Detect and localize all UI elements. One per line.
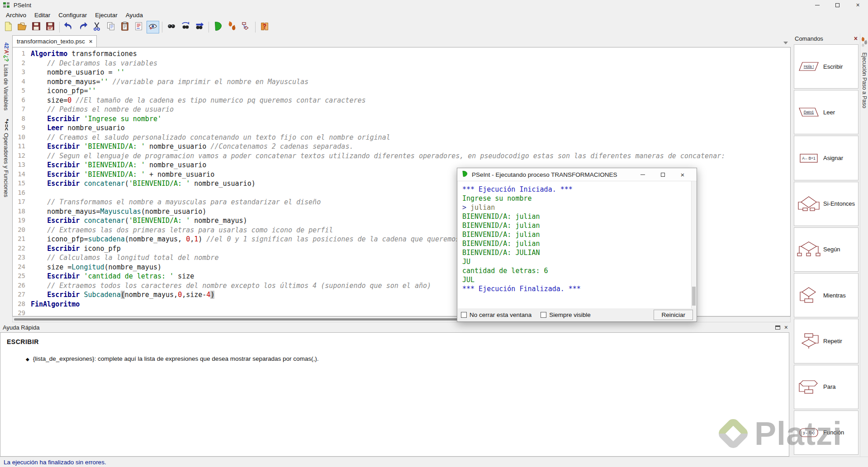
command-funci-n[interactable]: y←f(x)Función bbox=[794, 410, 859, 455]
menu-ayuda[interactable]: Ayuda bbox=[122, 11, 147, 19]
status-bar: La ejecución ha finalizado sin errores. bbox=[0, 457, 868, 467]
leer-flowchart-icon: Dato1 bbox=[796, 104, 821, 120]
commands-panel: Comandos × Hola !EscribirDato1LeerA←B+1A… bbox=[792, 33, 860, 457]
paste-icon bbox=[120, 21, 130, 33]
code-line: 9 Leer nombre_usuario bbox=[13, 124, 790, 133]
code-text: nombre_usuario = '' bbox=[31, 68, 790, 78]
command-escribir[interactable]: Hola !Escribir bbox=[794, 44, 859, 89]
restart-button[interactable]: Reiniciar bbox=[654, 310, 693, 320]
line-number: 19 bbox=[13, 217, 31, 226]
code-text: nombre_mayus='' //variable para imprimir… bbox=[31, 78, 790, 87]
menu-editar[interactable]: Editar bbox=[30, 11, 54, 19]
footprints-icon bbox=[861, 37, 868, 49]
find-next-icon bbox=[194, 21, 204, 33]
tab-transformacion-texto[interactable]: transformacion_texto.psc × bbox=[12, 35, 97, 47]
command-mientras[interactable]: Mientras bbox=[794, 273, 859, 317]
find-replace-button[interactable] bbox=[179, 21, 192, 33]
quick-help-body: ESCRIBIR ◆ {lista_de_expresiones}: compl… bbox=[0, 332, 789, 457]
line-number: 5 bbox=[13, 87, 31, 96]
para-flowchart-icon bbox=[796, 378, 821, 396]
sidebar-tab-label: Operadores y Funciones bbox=[3, 133, 9, 197]
command-para[interactable]: Para bbox=[794, 365, 859, 409]
console-close-button[interactable]: × bbox=[673, 168, 693, 181]
funcion-flowchart-icon: y←f(x) bbox=[796, 425, 821, 441]
sidebar-tab-operadores-y-funciones[interactable]: *+=< Operadores y Funciones bbox=[0, 119, 12, 198]
maximize-button[interactable] bbox=[827, 0, 848, 10]
line-number: 12 bbox=[13, 152, 31, 161]
format-code-button[interactable] bbox=[133, 21, 145, 33]
run-button[interactable] bbox=[212, 21, 224, 33]
console-line: *** Ejecución Iniciada. *** bbox=[462, 185, 692, 194]
code-text: Leer nombre_usuario bbox=[31, 124, 790, 133]
code-line: 4 nombre_mayus='' //variable para imprim… bbox=[13, 78, 790, 87]
find-replace-icon bbox=[180, 21, 190, 33]
view-eye-button[interactable] bbox=[147, 21, 159, 33]
line-number: 17 bbox=[13, 198, 31, 208]
no-close-checkbox[interactable] bbox=[461, 312, 467, 318]
repetir-flowchart-icon bbox=[796, 332, 821, 350]
close-panel-icon[interactable]: × bbox=[784, 324, 788, 330]
console-output[interactable]: *** Ejecución Iniciada. ***Ingrese su no… bbox=[458, 181, 696, 308]
find-button[interactable] bbox=[165, 21, 178, 33]
line-number: 20 bbox=[13, 226, 31, 236]
execution-console-window: PSeInt - Ejecutando proceso TRANSFORMACI… bbox=[457, 168, 697, 322]
sidebar-tab-lista-de-variables[interactable]: 42'A'¿? Lista de Variables bbox=[0, 42, 12, 111]
menu-archivo[interactable]: Archivo bbox=[2, 11, 30, 19]
svg-text:y←f(x): y←f(x) bbox=[803, 430, 814, 435]
close-button[interactable]: × bbox=[848, 0, 868, 10]
run-icon bbox=[461, 170, 468, 179]
line-number: 26 bbox=[13, 282, 31, 291]
commands-header: Comandos × bbox=[792, 33, 860, 43]
paste-button[interactable] bbox=[119, 21, 131, 33]
code-text: // Pedimos el nombre de usuario bbox=[31, 105, 790, 115]
scrollbar-thumb[interactable] bbox=[692, 287, 696, 306]
console-minimize-button[interactable] bbox=[633, 168, 653, 181]
help-button[interactable]: ? bbox=[258, 21, 271, 33]
copy-button[interactable] bbox=[104, 21, 117, 33]
tab-close-icon[interactable]: × bbox=[89, 38, 93, 45]
console-title-bar[interactable]: PSeInt - Ejecutando proceso TRANSFORMACI… bbox=[457, 168, 697, 181]
console-scrollbar[interactable] bbox=[691, 181, 696, 308]
status-message: La ejecución ha finalizado sin errores. bbox=[4, 459, 106, 466]
run-step-button[interactable] bbox=[226, 21, 238, 33]
code-text: Algoritmo transformaciones bbox=[31, 50, 790, 59]
command-asignar[interactable]: A←B+1Asignar bbox=[794, 136, 859, 180]
save-as-button[interactable] bbox=[44, 21, 57, 33]
tab-list-dropdown-icon[interactable] bbox=[783, 42, 788, 44]
line-number: 11 bbox=[13, 142, 31, 152]
code-line: 11 Escribir 'BIENVENID/A: ' nombre_usuar… bbox=[13, 142, 790, 152]
commands-close-icon[interactable]: × bbox=[854, 35, 858, 42]
always-visible-checkbox[interactable] bbox=[541, 312, 546, 318]
save-file-button[interactable] bbox=[30, 21, 43, 33]
step-execution-strip[interactable]: Ejecución Paso a Paso bbox=[860, 33, 868, 457]
new-file-button[interactable] bbox=[2, 21, 14, 33]
console-line: JU bbox=[462, 257, 692, 266]
toolbar-separator bbox=[255, 22, 256, 33]
command-repetir[interactable]: Repetir bbox=[794, 319, 859, 363]
console-line: BIENVENID/A: julian bbox=[462, 212, 692, 221]
command-seg-n[interactable]: Según bbox=[794, 227, 859, 272]
toolbar: ? bbox=[0, 20, 868, 34]
console-line: Ingrese su nombre bbox=[462, 194, 692, 203]
undo-button[interactable] bbox=[62, 21, 75, 33]
cut-button[interactable] bbox=[90, 21, 103, 33]
minimize-button[interactable] bbox=[807, 0, 827, 10]
menu-ejecutar[interactable]: Ejecutar bbox=[91, 11, 122, 19]
command-label: Para bbox=[823, 383, 835, 390]
menu-configurar[interactable]: Configurar bbox=[54, 11, 91, 19]
draw-flowchart-button[interactable] bbox=[240, 21, 252, 33]
line-number: 3 bbox=[13, 68, 31, 78]
minimize-icon bbox=[640, 175, 645, 175]
float-panel-icon[interactable] bbox=[775, 325, 780, 330]
redo-button[interactable] bbox=[76, 21, 89, 33]
toolbar-separator bbox=[162, 22, 162, 33]
console-maximize-button[interactable] bbox=[653, 168, 673, 181]
draw-flowchart-icon bbox=[241, 21, 251, 33]
escribir-flowchart-icon: Hola ! bbox=[796, 58, 821, 75]
command-leer[interactable]: Dato1Leer bbox=[794, 90, 859, 134]
command-si-entonces[interactable]: Si-Entonces bbox=[794, 182, 859, 226]
line-number: 23 bbox=[13, 254, 31, 263]
find-next-button[interactable] bbox=[193, 21, 206, 33]
open-file-button[interactable] bbox=[16, 21, 28, 33]
code-text: Escribir 'Ingrese su nombre' bbox=[31, 115, 790, 124]
